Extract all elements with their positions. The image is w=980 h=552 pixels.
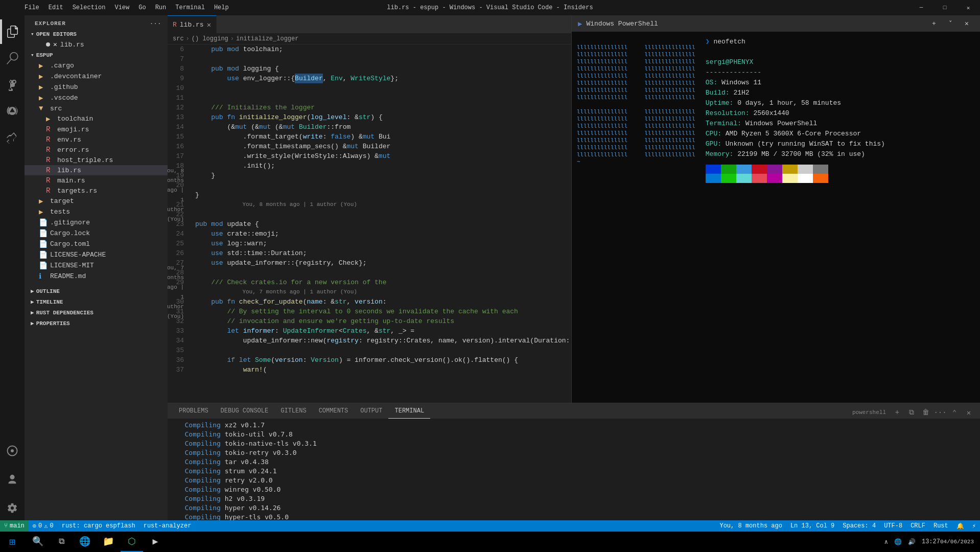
tab-lib-rs[interactable]: R lib.rs ✕ xyxy=(168,15,217,33)
taskbar-terminal[interactable]: ▶ xyxy=(144,532,167,552)
taskbar-file-explorer[interactable]: 📁 xyxy=(97,532,120,552)
status-rust-analyzer[interactable]: rust-analyzer xyxy=(139,520,196,532)
menu-go[interactable]: Go xyxy=(134,0,150,15)
ps-add-icon[interactable]: + xyxy=(927,17,941,30)
tab-terminal[interactable]: TERMINAL xyxy=(388,403,430,419)
taskbar-edge[interactable]: 🌐 xyxy=(74,532,96,552)
menu-help[interactable]: Help xyxy=(210,0,233,15)
extensions-activity-icon[interactable] xyxy=(0,126,25,150)
tab-comments[interactable]: COMMENTS xyxy=(313,403,355,419)
sidebar-item-gitignore[interactable]: 📄 .gitignore xyxy=(25,217,168,228)
sidebar-item-host-triple[interactable]: R host_triple.rs xyxy=(25,155,168,165)
close-button[interactable]: ✕ xyxy=(956,0,980,15)
sidebar-item-lib[interactable]: R lib.rs xyxy=(25,165,168,175)
sidebar-item-emoji[interactable]: R emoji.rs xyxy=(25,124,168,134)
sidebar-item-license-apache[interactable]: 📄 LICENSE-APACHE xyxy=(25,249,168,260)
terminal-line: Compiling hyper-tls v0.5.0 xyxy=(173,513,975,520)
status-remote[interactable]: ⚡ xyxy=(968,520,980,532)
sidebar-item-src[interactable]: ▼ src xyxy=(25,103,168,113)
split-terminal-button[interactable]: ⧉ xyxy=(905,406,918,419)
sidebar-item-github[interactable]: ▶ .github xyxy=(25,82,168,93)
source-control-activity-icon[interactable] xyxy=(0,73,25,97)
sidebar-item-label: host_triple.rs xyxy=(57,156,113,164)
status-encoding[interactable]: UTF-8 xyxy=(880,520,906,532)
code-line-15: .format_target(write: false) &mut Bui xyxy=(195,132,571,142)
properties-section[interactable]: ▶ PROPERTIES xyxy=(25,318,168,329)
sidebar-item-cargo[interactable]: ▶ .cargo xyxy=(25,60,168,71)
outline-section[interactable]: ▶ OUTLINE xyxy=(25,286,168,296)
ps-command: neofetch xyxy=(713,38,745,45)
add-terminal-button[interactable]: + xyxy=(891,406,903,419)
terminal-content[interactable]: Compiling xz2 v0.1.7 Compiling tokio-uti… xyxy=(168,419,980,520)
breadcrumb-item-src[interactable]: src xyxy=(173,35,184,42)
sidebar-item-cargo-toml[interactable]: 📄 Cargo.toml xyxy=(25,239,168,249)
sidebar-content[interactable]: ▾ OPEN EDITORS ✕ lib.rs ▾ ESPUP ▶ .cargo… xyxy=(25,29,168,520)
open-editors-section[interactable]: ▾ OPEN EDITORS xyxy=(25,29,168,39)
menu-view[interactable]: View xyxy=(110,0,133,15)
volume-icon[interactable]: 🔊 xyxy=(906,532,918,552)
status-notifications[interactable]: 🔔 xyxy=(952,520,968,532)
espup-section[interactable]: ▾ ESPUP xyxy=(25,50,168,60)
status-git-branch[interactable]: ⑂ main xyxy=(0,520,29,532)
more-actions-button[interactable]: ··· xyxy=(934,406,946,419)
taskbar-vscode[interactable]: ⬡ xyxy=(121,532,143,552)
status-cargo-espflash[interactable]: rust: cargo espflash xyxy=(58,520,139,532)
breadcrumb-item-initialize-logger[interactable]: initialize_logger xyxy=(236,35,298,42)
menu-terminal[interactable]: Terminal xyxy=(171,0,209,15)
code-content[interactable]: 6 7 8 9 10 11 12 13 14 15 16 17 18 19 xyxy=(168,44,571,403)
menu-run[interactable]: Run xyxy=(151,0,171,15)
maximize-button[interactable]: □ xyxy=(933,0,956,15)
sidebar-item-license-mit[interactable]: 📄 LICENSE-MIT xyxy=(25,260,168,271)
sidebar-item-main[interactable]: R main.rs xyxy=(25,175,168,186)
settings-activity-icon[interactable] xyxy=(0,496,25,520)
menu-edit[interactable]: Edit xyxy=(44,0,67,15)
sidebar-item-vscode[interactable]: ▶ .vscode xyxy=(25,93,168,103)
ps-close-icon[interactable]: ✕ xyxy=(960,17,974,30)
tab-debug-console[interactable]: DEBUG CONSOLE xyxy=(215,403,275,419)
tab-problems[interactable]: PROBLEMS xyxy=(173,403,215,419)
maximize-panel-button[interactable]: ⌃ xyxy=(948,406,961,419)
tab-output[interactable]: OUTPUT xyxy=(354,403,388,419)
minimize-button[interactable]: ─ xyxy=(909,0,933,15)
rust-deps-section[interactable]: ▶ RUST DEPENDENCIES xyxy=(25,307,168,318)
volume-status-icon: 🔊 xyxy=(908,538,916,546)
status-line-ending[interactable]: CRLF xyxy=(906,520,929,532)
sidebar-item-readme[interactable]: ℹ README.md xyxy=(25,271,168,282)
start-button[interactable]: ⊞ xyxy=(0,532,25,552)
status-indent[interactable]: Spaces: 4 xyxy=(838,520,880,532)
sidebar-item-devcontainer[interactable]: ▶ .devcontainer xyxy=(25,71,168,82)
status-errors[interactable]: ⊙ 0 ⚠ 0 xyxy=(29,520,58,532)
network-icon[interactable]: 🌐 xyxy=(892,532,904,552)
clock[interactable]: 13:27 04/06/2023 xyxy=(920,532,976,552)
sidebar-item-env[interactable]: R env.rs xyxy=(25,134,168,145)
ps-terminal-label: Terminal: xyxy=(706,120,745,127)
tab-gitlens[interactable]: GITLENS xyxy=(274,403,312,419)
sidebar-more-icon[interactable]: ··· xyxy=(150,20,161,27)
sidebar-item-tests[interactable]: ▶ tests xyxy=(25,206,168,217)
sidebar-item-error[interactable]: R error.rs xyxy=(25,145,168,155)
accounts-activity-icon[interactable] xyxy=(0,467,25,492)
timeline-section[interactable]: ▶ TIMELINE xyxy=(25,296,168,307)
kill-terminal-button[interactable]: 🗑 xyxy=(920,406,932,419)
remote-explorer-activity-icon[interactable] xyxy=(0,439,25,463)
sidebar-item-targets[interactable]: R targets.rs xyxy=(25,186,168,196)
explorer-activity-icon[interactable] xyxy=(0,19,25,44)
ps-chevron-icon[interactable]: ˅ xyxy=(943,17,958,30)
breadcrumb-item-logging[interactable]: () logging xyxy=(192,35,228,42)
menu-selection[interactable]: Selection xyxy=(68,0,110,15)
status-language[interactable]: Rust xyxy=(929,520,952,532)
close-panel-button[interactable]: ✕ xyxy=(963,406,975,419)
status-cursor-position[interactable]: Ln 13, Col 9 xyxy=(786,520,838,532)
sidebar-item-cargo-lock[interactable]: 📄 Cargo.lock xyxy=(25,228,168,239)
taskbar-search[interactable]: 🔍 xyxy=(27,532,49,552)
tab-close-icon[interactable]: ✕ xyxy=(207,20,211,29)
menu-file[interactable]: File xyxy=(20,0,43,15)
run-debug-activity-icon[interactable] xyxy=(0,99,25,124)
status-blame[interactable]: You, 8 months ago xyxy=(715,520,786,532)
sidebar-item-toolchain[interactable]: ▶ toolchain xyxy=(25,113,168,124)
search-activity-icon[interactable] xyxy=(0,46,25,71)
open-editor-lib-rs[interactable]: ✕ lib.rs xyxy=(25,39,168,50)
sidebar-item-target[interactable]: ▶ target xyxy=(25,196,168,206)
system-tray[interactable]: ∧ xyxy=(882,532,890,552)
taskbar-taskview[interactable]: ⧉ xyxy=(50,532,73,552)
